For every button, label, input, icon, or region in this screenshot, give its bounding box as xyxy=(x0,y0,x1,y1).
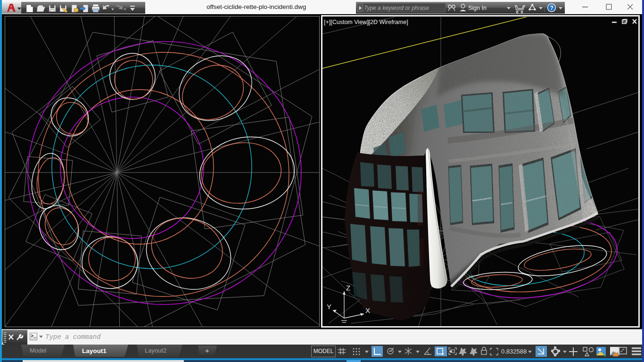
svg-text:Y: Y xyxy=(327,303,331,311)
svg-text:X: X xyxy=(365,306,370,314)
svg-text:0.832588: 0.832588 xyxy=(501,348,527,355)
svg-text:Model: Model xyxy=(30,347,47,354)
svg-text:Layout1: Layout1 xyxy=(82,347,107,354)
svg-text:+: + xyxy=(205,346,209,354)
svg-text:?: ? xyxy=(550,5,553,11)
svg-text:Layout2: Layout2 xyxy=(145,347,166,354)
svg-text:Z: Z xyxy=(346,284,350,292)
